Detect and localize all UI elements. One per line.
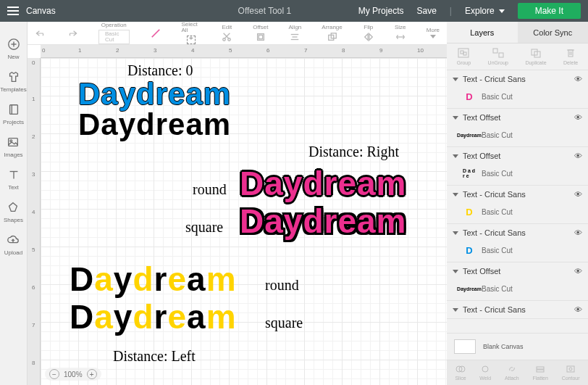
eye-icon[interactable]: 👁 xyxy=(574,75,582,83)
ruler-tick: 2 xyxy=(116,47,119,54)
ungroup-button[interactable]: UnGroup xyxy=(488,48,508,65)
draw-line-button[interactable] xyxy=(150,28,161,38)
text-daydream-yellow-round[interactable]: Daydream xyxy=(70,260,237,299)
operation-group[interactable]: Operation Basic Cut xyxy=(98,22,130,44)
text-daydream-pink-square[interactable]: Daydream xyxy=(240,202,406,241)
group-button[interactable]: Group xyxy=(457,48,471,65)
left-toolbar: New Templates Projects Images Text Shape… xyxy=(0,22,28,385)
layer-op: Basic Cut xyxy=(482,247,513,254)
ruler-tick: 8 xyxy=(32,360,35,366)
collapse-icon[interactable] xyxy=(453,193,458,196)
collapse-icon[interactable] xyxy=(453,78,458,81)
align-button[interactable]: Align xyxy=(289,25,302,42)
layer-title: Text Offset xyxy=(463,267,500,276)
ruler-horizontal: 0 1 2 3 4 5 6 7 8 9 10 xyxy=(41,45,447,58)
more-button[interactable]: More xyxy=(427,28,440,38)
svg-rect-33 xyxy=(568,50,573,57)
attach-button[interactable]: Attach xyxy=(505,365,519,381)
arrange-button[interactable]: Arrange xyxy=(322,25,342,42)
ruler-tick: 5 xyxy=(229,47,232,54)
align-label: Align xyxy=(289,25,302,30)
eye-icon[interactable]: 👁 xyxy=(574,113,582,122)
weld-button[interactable]: Weld xyxy=(479,365,491,381)
eye-icon[interactable]: 👁 xyxy=(574,152,582,160)
layer-item[interactable]: Text Offset👁 DaydreamBasic Cut xyxy=(447,109,588,147)
tab-layers[interactable]: Layers xyxy=(447,22,518,43)
zoom-value: 100% xyxy=(64,370,83,378)
separator: | xyxy=(450,6,452,16)
collapse-icon[interactable] xyxy=(453,308,458,312)
layer-item[interactable]: Text Offset👁 D a d r eBasic Cut xyxy=(447,147,588,186)
label-distance-left: Distance: Left xyxy=(113,348,196,365)
new-label: New xyxy=(7,54,19,60)
eye-icon[interactable]: 👁 xyxy=(574,228,582,237)
ruler-tick: 1 xyxy=(78,47,81,54)
projects-button[interactable]: Projects xyxy=(3,103,24,125)
templates-button[interactable]: Templates xyxy=(0,70,26,93)
duplicate-button[interactable]: Duplicate xyxy=(525,48,546,65)
text-daydream-blue[interactable]: Daydream xyxy=(78,77,231,112)
explore-dropdown[interactable]: Explore xyxy=(465,6,505,16)
templates-label: Templates xyxy=(0,86,26,93)
eye-icon[interactable]: 👁 xyxy=(574,305,582,314)
zoom-in-button[interactable]: + xyxy=(87,369,97,379)
make-it-button[interactable]: Make It xyxy=(518,3,581,19)
layer-item[interactable]: Text - Cricut Sans👁 DBasic Cut xyxy=(447,186,588,224)
text-button[interactable]: Text xyxy=(7,168,20,191)
slice-button[interactable]: Slice xyxy=(455,365,466,381)
text-daydream-pink-round[interactable]: Daydream xyxy=(240,164,406,203)
svg-rect-3 xyxy=(9,105,17,115)
offset-button[interactable]: Offset xyxy=(253,25,268,42)
collapse-icon[interactable] xyxy=(453,231,458,235)
my-projects-link[interactable]: My Projects xyxy=(358,6,404,16)
ruler-tick: 6 xyxy=(32,284,35,291)
upload-button[interactable]: Upload xyxy=(4,233,22,256)
ruler-tick: 4 xyxy=(32,209,35,215)
size-button[interactable]: Size xyxy=(395,25,406,42)
svg-point-12 xyxy=(223,38,226,41)
align-icon xyxy=(289,32,301,42)
arrange-label: Arrange xyxy=(322,25,342,30)
contour-button[interactable]: Contour xyxy=(562,365,580,381)
eye-icon[interactable]: 👁 xyxy=(574,267,582,276)
svg-point-13 xyxy=(228,38,231,41)
more-label: More xyxy=(427,28,440,33)
top-bar: Canvas Offeset Tool 1 My Projects Save |… xyxy=(0,0,588,22)
tab-color-sync[interactable]: Color Sync xyxy=(518,22,589,43)
redo-button[interactable] xyxy=(67,28,78,38)
delete-button[interactable]: Delete xyxy=(563,48,578,65)
duplicate-label: Duplicate xyxy=(525,60,546,65)
explore-label: Explore xyxy=(465,6,495,16)
undo-button[interactable] xyxy=(35,28,46,38)
layer-item[interactable]: Text - Cricut Sans👁 DBasic Cut xyxy=(447,70,588,109)
text-daydream-yellow-square[interactable]: Daydream xyxy=(70,297,237,336)
save-link[interactable]: Save xyxy=(416,6,436,16)
new-button[interactable]: New xyxy=(7,38,20,60)
layer-op: Basic Cut xyxy=(482,93,513,101)
flatten-button[interactable]: Flatten xyxy=(533,365,548,381)
select-all-button[interactable]: Select All xyxy=(182,22,201,45)
layer-swatch: D xyxy=(463,244,476,256)
layer-item[interactable]: Text Offset👁 DaydreamBasic Cut xyxy=(447,262,588,301)
zoom-out-button[interactable]: − xyxy=(49,369,59,379)
svg-line-11 xyxy=(151,29,159,37)
layer-op: Basic Cut xyxy=(482,170,513,178)
layer-item[interactable]: Text - Cricut Sans👁 DBasic Cut xyxy=(447,224,588,262)
text-daydream-black[interactable]: Daydream xyxy=(78,107,231,142)
eye-icon[interactable]: 👁 xyxy=(574,190,582,199)
layer-item[interactable]: Text - Cricut Sans👁 xyxy=(447,301,588,319)
images-button[interactable]: Images xyxy=(4,136,22,158)
image-icon xyxy=(7,136,20,149)
collapse-icon[interactable] xyxy=(453,270,458,273)
blank-canvas-row[interactable]: Blank Canvas xyxy=(447,333,588,360)
collapse-icon[interactable] xyxy=(453,116,458,120)
canvas[interactable]: Distance: 0 Daydream Daydream Distance: … xyxy=(41,58,447,385)
label-round: round xyxy=(193,181,227,198)
edit-group[interactable]: Edit xyxy=(221,25,232,42)
svg-point-41 xyxy=(569,368,572,370)
size-icon xyxy=(395,32,406,42)
collapse-icon[interactable] xyxy=(453,154,458,158)
flip-button[interactable]: Flip xyxy=(363,25,374,42)
menu-icon[interactable] xyxy=(7,7,19,15)
shapes-button[interactable]: Shapes xyxy=(4,201,23,223)
